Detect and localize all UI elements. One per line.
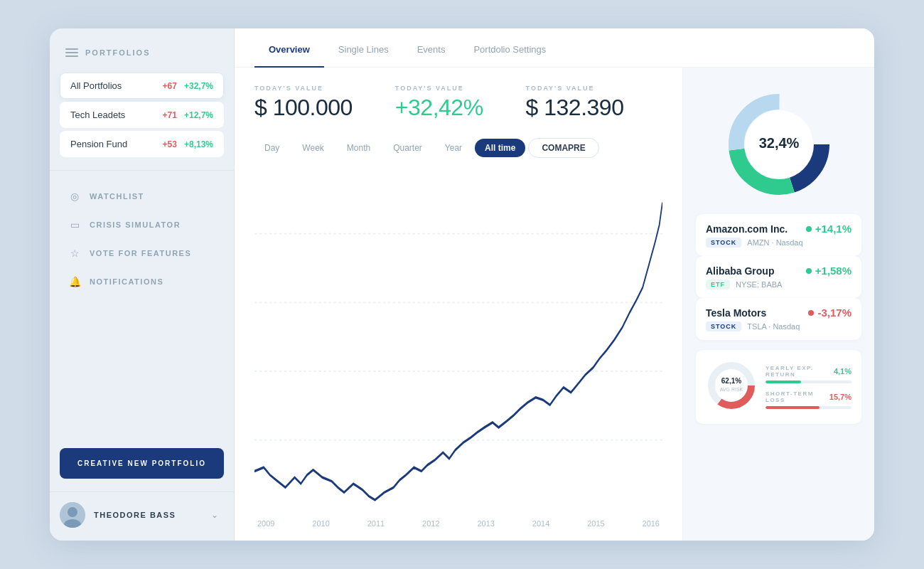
mini-donut-label: AVG RISK (720, 387, 743, 392)
chart-svg (254, 165, 662, 515)
content-area: TODAY'S VALUE $ 100.000 TODAY'S VALUE +3… (235, 68, 874, 541)
portfolio-name: All Portfolios (70, 80, 122, 91)
stock-ticker: TSLA · Nasdaq (747, 322, 800, 331)
portfolio-item[interactable]: All Portfolios +67 +32,7% (60, 73, 224, 99)
stat-block: TODAY'S VALUE $ 100.000 (254, 85, 353, 121)
watchlist-icon: ◎ (68, 190, 81, 203)
short-term-loss-value: 15,7% (829, 393, 852, 401)
stock-item-amazon.com: Amazon.com Inc. +14,1% STOCK AMZN · Nasd… (696, 214, 861, 256)
time-filters: DayWeekMonthQuarterYearAll timeCOMAPRE (254, 138, 662, 158)
crisis-label: CRISIS SIMULATOR (90, 220, 181, 229)
x-axis-label: 2011 (367, 519, 385, 528)
create-portfolio-button[interactable]: CREATIVE NEW PORTFOLIO (60, 448, 224, 479)
portfolio-name: Tech Leadets (70, 110, 125, 120)
yearly-return-label: YEARLY EXP. RETURN (765, 365, 834, 378)
hamburger-icon[interactable] (65, 48, 78, 57)
short-term-loss-bar-bg (765, 406, 852, 409)
avatar (60, 502, 85, 528)
time-filter-comapre[interactable]: COMAPRE (528, 138, 598, 158)
stat-block: TODAY'S VALUE $ 132.390 (526, 85, 624, 121)
user-row[interactable]: THEODORE BASS ⌄ (50, 491, 234, 541)
sidebar-item-watchlist[interactable]: ◎ WATCHLIST (65, 184, 218, 209)
mini-donut-wrap: 62,1% AVG RISK (706, 360, 757, 414)
stat-block: TODAY'S VALUE +32,42% (395, 85, 483, 121)
x-axis-label: 2015 (587, 519, 604, 528)
svg-point-1 (68, 507, 77, 517)
sidebar-divider (50, 170, 234, 171)
change-dot (806, 226, 812, 232)
stock-badge: STOCK (706, 238, 741, 248)
stock-change: -3,17% (808, 307, 852, 319)
sidebar-item-crisis[interactable]: ▭ CRISIS SIMULATOR (65, 212, 218, 238)
stock-meta: ETF NYSE: BABA (706, 280, 852, 289)
mini-donut-chart: 62,1% AVG RISK (706, 360, 757, 411)
short-term-loss-stat: SHORT-TERM LOSS 15,7% (765, 390, 852, 409)
x-axis-label: 2016 (643, 519, 660, 528)
stat-value: $ 100.000 (254, 95, 353, 121)
portfolio-change-num: +53 (163, 139, 177, 149)
stats-row: TODAY'S VALUE $ 100.000 TODAY'S VALUE +3… (254, 85, 662, 121)
x-axis-label: 2009 (257, 519, 274, 528)
short-term-loss-bar-fill (765, 406, 820, 409)
sidebar-item-vote[interactable]: ☆ VOTE FOR FEATURES (65, 240, 218, 266)
change-dot (808, 310, 814, 316)
right-panel: 32,4% Amazon.com Inc. +14,1% STOCK AMZN … (682, 68, 874, 541)
portfolio-stats: +71 +12,7% (163, 110, 213, 120)
stock-name: Amazon.com Inc. (706, 223, 788, 235)
tab-events[interactable]: Events (403, 28, 460, 68)
time-filter-quarter[interactable]: Quarter (383, 139, 432, 157)
tab-single-lines[interactable]: Single Lines (324, 28, 403, 68)
main-content: OverviewSingle LinesEventsPortdolio Sett… (235, 28, 874, 541)
stock-top: Amazon.com Inc. +14,1% (706, 223, 852, 235)
stock-change: +1,58% (806, 265, 852, 277)
time-filter-year[interactable]: Year (435, 139, 472, 157)
portfolio-change-num: +71 (163, 110, 177, 120)
mini-stats: YEARLY EXP. RETURN 4,1% SHORT-TERM LOSS … (765, 365, 852, 409)
donut-chart: 32,4% (722, 87, 836, 201)
user-name: THEODORE BASS (94, 511, 203, 519)
portfolio-list: All Portfolios +67 +32,7% Tech Leadets +… (50, 73, 234, 157)
portfolio-name: Pension Fund (70, 139, 127, 149)
stat-value: $ 132.390 (526, 95, 624, 121)
tabs-bar: OverviewSingle LinesEventsPortdolio Sett… (235, 28, 874, 68)
portfolio-item[interactable]: Pension Fund +53 +8,13% (60, 131, 224, 157)
stock-badge: STOCK (706, 321, 741, 331)
stat-label: TODAY'S VALUE (254, 85, 353, 92)
stat-label: TODAY'S VALUE (526, 85, 624, 92)
stock-top: Tesla Motors -3,17% (706, 307, 852, 319)
tab-portdolio-settings[interactable]: Portdolio Settings (459, 28, 560, 68)
stock-change: +14,1% (806, 223, 852, 235)
time-filter-month[interactable]: Month (337, 139, 380, 157)
svg-point-13 (716, 370, 747, 401)
portfolio-change-num: +67 (163, 81, 177, 91)
stock-item-alibaba: Alibaba Group +1,58% ETF NYSE: BABA (696, 256, 861, 298)
sidebar-nav: ◎ WATCHLIST ▭ CRISIS SIMULATOR ☆ VOTE FO… (50, 184, 234, 294)
mini-card: 62,1% AVG RISK YEARLY EXP. RETURN 4,1% (696, 350, 861, 424)
chart-container (254, 165, 662, 515)
donut-chart-wrap: 32,4% (696, 80, 861, 204)
sidebar-title: PORTFOLIOS (85, 48, 151, 57)
stock-name: Alibaba Group (706, 265, 774, 277)
time-filter-week[interactable]: Week (292, 139, 333, 157)
x-axis-label: 2014 (532, 519, 549, 528)
tab-overview[interactable]: Overview (254, 28, 324, 68)
portfolio-change-pct: +8,13% (184, 139, 213, 149)
stock-meta: STOCK TSLA · Nasdaq (706, 321, 852, 331)
portfolio-item[interactable]: Tech Leadets +71 +12,7% (60, 102, 224, 128)
time-filter-day[interactable]: Day (254, 139, 289, 157)
notifications-icon: 🔔 (68, 275, 81, 288)
vote-label: VOTE FOR FEATURES (90, 249, 191, 257)
portfolio-change-pct: +32,7% (184, 81, 213, 91)
sidebar-header: PORTFOLIOS (50, 48, 234, 73)
change-dot (806, 268, 812, 274)
time-filter-all-time[interactable]: All time (475, 139, 525, 157)
portfolio-stats: +67 +32,7% (163, 81, 213, 91)
stock-badge: ETF (706, 280, 730, 289)
sidebar: PORTFOLIOS All Portfolios +67 +32,7% Tec… (50, 28, 235, 541)
x-axis-labels: 20092010201120122013201420152016 (254, 515, 662, 528)
chart-section: TODAY'S VALUE $ 100.000 TODAY'S VALUE +3… (235, 68, 682, 541)
sidebar-item-notifications[interactable]: 🔔 NOTIFICATIONS (65, 269, 218, 294)
stock-item-tesla: Tesla Motors -3,17% STOCK TSLA · Nasdaq (696, 298, 861, 340)
short-term-loss-label: SHORT-TERM LOSS (765, 390, 829, 403)
stock-ticker: NYSE: BABA (736, 280, 782, 289)
